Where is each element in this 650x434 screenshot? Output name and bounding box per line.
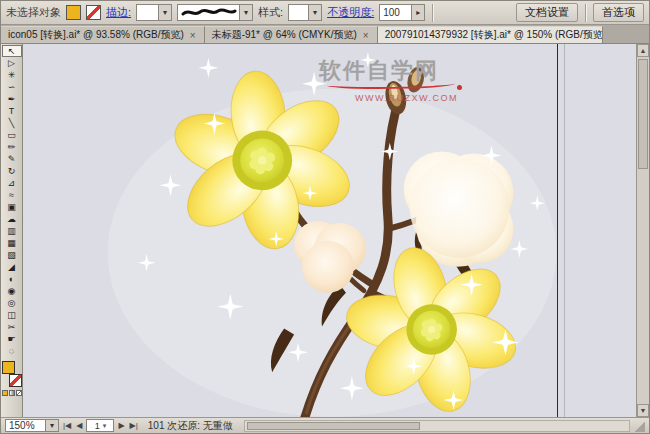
tool-rotate[interactable]: ↻: [2, 165, 22, 177]
scroll-up-icon[interactable]: ▲: [637, 44, 649, 57]
stroke-link[interactable]: 描边:: [106, 5, 131, 20]
gradient-mode-button[interactable]: [9, 390, 15, 396]
tool-mesh[interactable]: ▦: [2, 237, 22, 249]
first-page-button[interactable]: |◀: [62, 421, 72, 430]
spinner-icon[interactable]: ▸: [411, 5, 424, 20]
none-mode-button[interactable]: [16, 390, 22, 396]
tool-zoom[interactable]: ◌: [2, 345, 22, 357]
tool-column-graph[interactable]: ▥: [2, 225, 22, 237]
tool-magic-wand[interactable]: ✳: [2, 69, 22, 81]
stroke-swatch[interactable]: [9, 374, 22, 387]
tab-bar-filler: [603, 26, 649, 43]
history-status: 101 次还原: 无重做: [148, 419, 233, 433]
fill-swatch[interactable]: [2, 361, 15, 374]
close-icon[interactable]: ×: [362, 30, 370, 41]
tool-pencil[interactable]: ✎: [2, 153, 22, 165]
artboard-edge: [557, 44, 558, 417]
vertical-scrollbar[interactable]: ▲ ▼: [636, 44, 649, 417]
opacity-combo[interactable]: 100 ▸: [379, 4, 425, 21]
tab-title: 未标题-91* @ 64% (CMYK/预览): [212, 28, 357, 42]
tool-hand[interactable]: ☛: [2, 333, 22, 345]
chevron-down-icon[interactable]: ▾: [45, 420, 58, 431]
zoom-value: 150%: [6, 420, 45, 431]
brush-stroke-icon: [181, 6, 237, 18]
preferences-button[interactable]: 首选项: [593, 3, 644, 22]
zoom-combo[interactable]: 150% ▾: [5, 419, 59, 432]
close-icon[interactable]: ×: [189, 30, 197, 41]
tool-scale[interactable]: ⊿: [2, 177, 22, 189]
fill-color-swatch[interactable]: [66, 5, 81, 20]
resize-grip[interactable]: [633, 420, 645, 432]
tool-live-paint-bucket[interactable]: ◉: [2, 285, 22, 297]
control-bar: 未选择对象 描边: ▾ ▾ 样式: ▾ 不透明度: 100 ▸ 文档设置: [1, 1, 649, 25]
vertical-scroll-thumb[interactable]: [638, 59, 648, 169]
tool-gradient[interactable]: ▧: [2, 249, 22, 261]
document-setup-button[interactable]: 文档设置: [516, 3, 578, 22]
brush-preview: [178, 6, 239, 20]
tool-blend[interactable]: ◐: [2, 273, 22, 285]
status-bar: 150% ▾ |◀ ◀ 1 ▾ ▶ ▶| 101 次还原: 无重做: [1, 417, 649, 433]
tool-line-segment[interactable]: ╲: [2, 117, 22, 129]
opacity-link[interactable]: 不透明度:: [327, 5, 374, 20]
document-tab-active[interactable]: 200791014379932 [转换].ai* @ 150% (RGB/预览)…: [378, 26, 603, 43]
tool-selection[interactable]: ↖: [2, 45, 22, 57]
separator: [585, 4, 586, 22]
document-tab-bar: icon05 [转换].ai* @ 93.58% (RGB/预览) × 未标题-…: [1, 25, 649, 44]
style-combo[interactable]: ▾: [288, 4, 322, 21]
paint-mode-row: [2, 390, 22, 396]
vertical-scroll-track[interactable]: [637, 57, 649, 404]
tool-pen[interactable]: ✒: [2, 93, 22, 105]
style-label: 样式:: [258, 5, 283, 20]
page-tiling-line: [564, 44, 565, 417]
tool-lasso[interactable]: ∽: [2, 81, 22, 93]
tool-live-paint-selection[interactable]: ◎: [2, 297, 22, 309]
tool-type[interactable]: T: [2, 105, 22, 117]
chevron-down-icon[interactable]: ▾: [308, 5, 321, 20]
canvas[interactable]: 软件自学网 WWW.RUZXW.COM: [23, 44, 636, 417]
selection-status: 未选择对象: [6, 5, 61, 20]
main-area: ↖ ▷ ✳ ∽ ✒ T ╲ ▭ ✏ ✎ ↻ ⊿ ≈ ▣ ☁ ▥ ▦ ▧ ◢ ◐ …: [1, 44, 649, 417]
horizontal-scroll-thumb[interactable]: [247, 422, 420, 430]
tab-title: 200791014379932 [转换].ai* @ 150% (RGB/预览): [385, 28, 603, 42]
tools-panel: ↖ ▷ ✳ ∽ ✒ T ╲ ▭ ✏ ✎ ↻ ⊿ ≈ ▣ ☁ ▥ ▦ ▧ ◢ ◐ …: [1, 44, 23, 417]
brush-definition-combo[interactable]: ▾: [177, 4, 253, 21]
separator: [432, 4, 433, 22]
next-page-button[interactable]: ▶: [117, 421, 125, 430]
tool-crop-area[interactable]: ◫: [2, 309, 22, 321]
opacity-value: 100: [380, 7, 411, 18]
illustrator-window: 未选择对象 描边: ▾ ▾ 样式: ▾ 不透明度: 100 ▸ 文档设置: [0, 0, 650, 434]
tool-symbol-sprayer[interactable]: ☁: [2, 213, 22, 225]
watermark-swoosh: [327, 80, 455, 89]
prev-page-button[interactable]: ◀: [75, 421, 83, 430]
page-number-field[interactable]: 1 ▾: [86, 419, 114, 432]
stroke-color-swatch[interactable]: [86, 5, 101, 20]
tool-slice[interactable]: ✂: [2, 321, 22, 333]
document-tab-icon05[interactable]: icon05 [转换].ai* @ 93.58% (RGB/预览) ×: [1, 26, 205, 43]
watermark: 软件自学网 WWW.RUZXW.COM: [319, 56, 458, 103]
watermark-url: WWW.RUZXW.COM: [355, 93, 458, 103]
tool-paintbrush[interactable]: ✏: [2, 141, 22, 153]
tool-warp[interactable]: ≈: [2, 189, 22, 201]
scroll-down-icon[interactable]: ▼: [637, 404, 649, 417]
tool-direct-selection[interactable]: ▷: [2, 57, 22, 69]
tab-title: icon05 [转换].ai* @ 93.58% (RGB/预览): [8, 28, 184, 42]
tool-eyedropper[interactable]: ◢: [2, 261, 22, 273]
page-number: 1: [95, 421, 100, 431]
fill-stroke-control[interactable]: [2, 361, 22, 387]
tool-free-transform[interactable]: ▣: [2, 201, 22, 213]
chevron-down-icon[interactable]: ▾: [158, 5, 171, 20]
chevron-down-icon[interactable]: ▾: [239, 5, 252, 20]
chevron-down-icon[interactable]: ▾: [103, 422, 107, 430]
horizontal-scrollbar[interactable]: [244, 420, 630, 432]
document-tab-untitled[interactable]: 未标题-91* @ 64% (CMYK/预览) ×: [205, 26, 378, 43]
stroke-weight-combo[interactable]: ▾: [136, 4, 172, 21]
color-mode-button[interactable]: [2, 390, 8, 396]
last-page-button[interactable]: ▶|: [129, 421, 139, 430]
tool-rectangle[interactable]: ▭: [2, 129, 22, 141]
